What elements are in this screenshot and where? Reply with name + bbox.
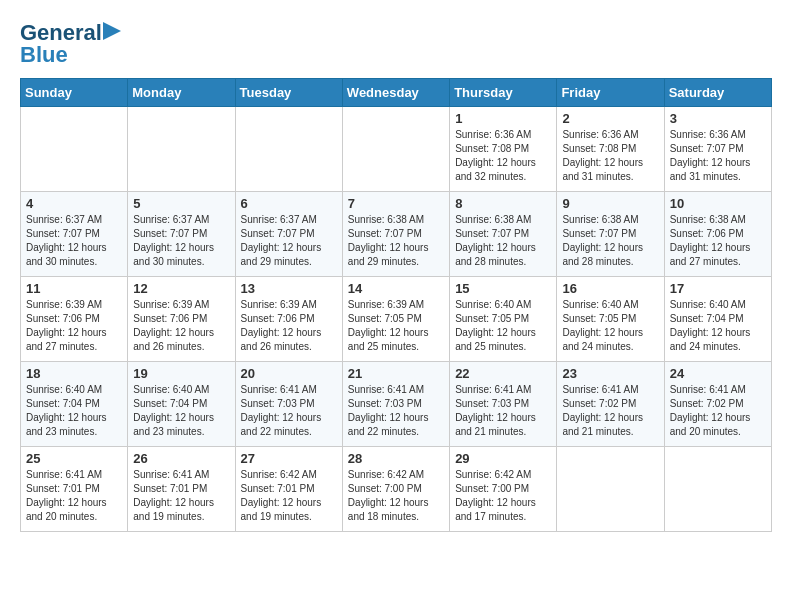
day-number: 1 (455, 111, 551, 126)
day-number: 17 (670, 281, 766, 296)
day-number: 6 (241, 196, 337, 211)
day-number: 22 (455, 366, 551, 381)
calendar-cell: 17Sunrise: 6:40 AMSunset: 7:04 PMDayligh… (664, 277, 771, 362)
day-info: Sunrise: 6:41 AMSunset: 7:01 PMDaylight:… (26, 468, 122, 524)
day-number: 24 (670, 366, 766, 381)
day-of-week-tuesday: Tuesday (235, 79, 342, 107)
day-info: Sunrise: 6:39 AMSunset: 7:06 PMDaylight:… (26, 298, 122, 354)
day-info: Sunrise: 6:39 AMSunset: 7:05 PMDaylight:… (348, 298, 444, 354)
svg-marker-0 (103, 22, 121, 40)
day-info: Sunrise: 6:40 AMSunset: 7:04 PMDaylight:… (133, 383, 229, 439)
day-number: 11 (26, 281, 122, 296)
calendar-cell: 25Sunrise: 6:41 AMSunset: 7:01 PMDayligh… (21, 447, 128, 532)
week-row-4: 18Sunrise: 6:40 AMSunset: 7:04 PMDayligh… (21, 362, 772, 447)
calendar-body: 1Sunrise: 6:36 AMSunset: 7:08 PMDaylight… (21, 107, 772, 532)
day-info: Sunrise: 6:42 AMSunset: 7:01 PMDaylight:… (241, 468, 337, 524)
day-of-week-saturday: Saturday (664, 79, 771, 107)
day-info: Sunrise: 6:41 AMSunset: 7:03 PMDaylight:… (241, 383, 337, 439)
calendar-cell: 24Sunrise: 6:41 AMSunset: 7:02 PMDayligh… (664, 362, 771, 447)
day-info: Sunrise: 6:42 AMSunset: 7:00 PMDaylight:… (348, 468, 444, 524)
day-number: 9 (562, 196, 658, 211)
logo-icon (103, 22, 121, 40)
calendar-cell: 27Sunrise: 6:42 AMSunset: 7:01 PMDayligh… (235, 447, 342, 532)
day-info: Sunrise: 6:39 AMSunset: 7:06 PMDaylight:… (133, 298, 229, 354)
day-info: Sunrise: 6:42 AMSunset: 7:00 PMDaylight:… (455, 468, 551, 524)
day-info: Sunrise: 6:40 AMSunset: 7:04 PMDaylight:… (670, 298, 766, 354)
day-of-week-thursday: Thursday (450, 79, 557, 107)
calendar-cell (342, 107, 449, 192)
calendar-cell: 12Sunrise: 6:39 AMSunset: 7:06 PMDayligh… (128, 277, 235, 362)
calendar-cell: 15Sunrise: 6:40 AMSunset: 7:05 PMDayligh… (450, 277, 557, 362)
day-info: Sunrise: 6:41 AMSunset: 7:02 PMDaylight:… (562, 383, 658, 439)
day-number: 20 (241, 366, 337, 381)
day-info: Sunrise: 6:41 AMSunset: 7:03 PMDaylight:… (455, 383, 551, 439)
day-number: 28 (348, 451, 444, 466)
week-row-2: 4Sunrise: 6:37 AMSunset: 7:07 PMDaylight… (21, 192, 772, 277)
day-number: 26 (133, 451, 229, 466)
day-info: Sunrise: 6:41 AMSunset: 7:03 PMDaylight:… (348, 383, 444, 439)
day-number: 2 (562, 111, 658, 126)
calendar-cell: 26Sunrise: 6:41 AMSunset: 7:01 PMDayligh… (128, 447, 235, 532)
day-info: Sunrise: 6:39 AMSunset: 7:06 PMDaylight:… (241, 298, 337, 354)
calendar-cell (235, 107, 342, 192)
calendar-cell: 9Sunrise: 6:38 AMSunset: 7:07 PMDaylight… (557, 192, 664, 277)
calendar-cell: 29Sunrise: 6:42 AMSunset: 7:00 PMDayligh… (450, 447, 557, 532)
days-header-row: SundayMondayTuesdayWednesdayThursdayFrid… (21, 79, 772, 107)
day-info: Sunrise: 6:36 AMSunset: 7:07 PMDaylight:… (670, 128, 766, 184)
week-row-5: 25Sunrise: 6:41 AMSunset: 7:01 PMDayligh… (21, 447, 772, 532)
day-info: Sunrise: 6:37 AMSunset: 7:07 PMDaylight:… (133, 213, 229, 269)
calendar-cell: 1Sunrise: 6:36 AMSunset: 7:08 PMDaylight… (450, 107, 557, 192)
day-info: Sunrise: 6:38 AMSunset: 7:06 PMDaylight:… (670, 213, 766, 269)
day-of-week-friday: Friday (557, 79, 664, 107)
calendar-cell (557, 447, 664, 532)
calendar-cell: 13Sunrise: 6:39 AMSunset: 7:06 PMDayligh… (235, 277, 342, 362)
calendar-cell: 18Sunrise: 6:40 AMSunset: 7:04 PMDayligh… (21, 362, 128, 447)
day-info: Sunrise: 6:40 AMSunset: 7:05 PMDaylight:… (455, 298, 551, 354)
calendar-table: SundayMondayTuesdayWednesdayThursdayFrid… (20, 78, 772, 532)
day-info: Sunrise: 6:41 AMSunset: 7:02 PMDaylight:… (670, 383, 766, 439)
calendar-cell (128, 107, 235, 192)
day-info: Sunrise: 6:40 AMSunset: 7:04 PMDaylight:… (26, 383, 122, 439)
day-number: 7 (348, 196, 444, 211)
day-number: 12 (133, 281, 229, 296)
day-number: 16 (562, 281, 658, 296)
day-number: 3 (670, 111, 766, 126)
calendar-cell: 21Sunrise: 6:41 AMSunset: 7:03 PMDayligh… (342, 362, 449, 447)
day-info: Sunrise: 6:41 AMSunset: 7:01 PMDaylight:… (133, 468, 229, 524)
day-number: 21 (348, 366, 444, 381)
calendar-cell: 5Sunrise: 6:37 AMSunset: 7:07 PMDaylight… (128, 192, 235, 277)
day-number: 15 (455, 281, 551, 296)
calendar-cell: 7Sunrise: 6:38 AMSunset: 7:07 PMDaylight… (342, 192, 449, 277)
day-number: 5 (133, 196, 229, 211)
day-number: 23 (562, 366, 658, 381)
page-header: General Blue (20, 20, 772, 68)
calendar-cell (664, 447, 771, 532)
calendar-cell: 3Sunrise: 6:36 AMSunset: 7:07 PMDaylight… (664, 107, 771, 192)
day-number: 14 (348, 281, 444, 296)
day-number: 29 (455, 451, 551, 466)
calendar-cell: 11Sunrise: 6:39 AMSunset: 7:06 PMDayligh… (21, 277, 128, 362)
day-number: 27 (241, 451, 337, 466)
calendar-cell: 6Sunrise: 6:37 AMSunset: 7:07 PMDaylight… (235, 192, 342, 277)
calendar-cell: 14Sunrise: 6:39 AMSunset: 7:05 PMDayligh… (342, 277, 449, 362)
calendar-cell: 22Sunrise: 6:41 AMSunset: 7:03 PMDayligh… (450, 362, 557, 447)
day-number: 18 (26, 366, 122, 381)
logo: General Blue (20, 20, 121, 68)
day-info: Sunrise: 6:40 AMSunset: 7:05 PMDaylight:… (562, 298, 658, 354)
day-number: 4 (26, 196, 122, 211)
day-number: 13 (241, 281, 337, 296)
day-of-week-monday: Monday (128, 79, 235, 107)
calendar-cell: 4Sunrise: 6:37 AMSunset: 7:07 PMDaylight… (21, 192, 128, 277)
calendar-cell: 16Sunrise: 6:40 AMSunset: 7:05 PMDayligh… (557, 277, 664, 362)
logo-blue: Blue (20, 42, 68, 68)
calendar-cell (21, 107, 128, 192)
day-info: Sunrise: 6:37 AMSunset: 7:07 PMDaylight:… (26, 213, 122, 269)
calendar-cell: 8Sunrise: 6:38 AMSunset: 7:07 PMDaylight… (450, 192, 557, 277)
day-info: Sunrise: 6:37 AMSunset: 7:07 PMDaylight:… (241, 213, 337, 269)
day-number: 10 (670, 196, 766, 211)
calendar-cell: 23Sunrise: 6:41 AMSunset: 7:02 PMDayligh… (557, 362, 664, 447)
day-info: Sunrise: 6:38 AMSunset: 7:07 PMDaylight:… (562, 213, 658, 269)
day-number: 25 (26, 451, 122, 466)
day-info: Sunrise: 6:38 AMSunset: 7:07 PMDaylight:… (455, 213, 551, 269)
calendar-cell: 20Sunrise: 6:41 AMSunset: 7:03 PMDayligh… (235, 362, 342, 447)
